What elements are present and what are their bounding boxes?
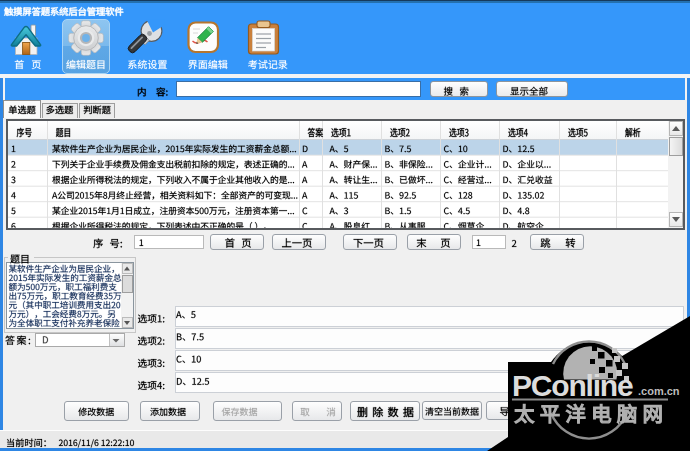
svg-text:PConline: PConline (512, 369, 633, 402)
svg-text:.com.cn: .com.cn (638, 385, 680, 397)
